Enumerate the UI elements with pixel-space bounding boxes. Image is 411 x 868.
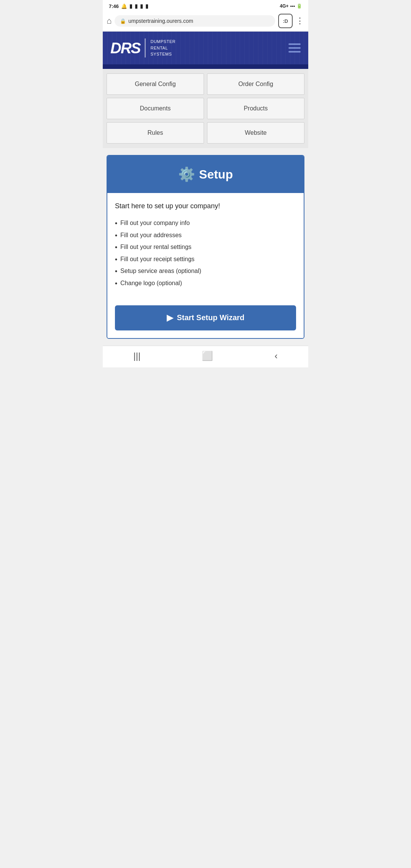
list-item: Setup service areas (optional) [115, 266, 296, 278]
gear-icon: ⚙️ [178, 166, 195, 182]
more-menu-button[interactable]: ⋮ [296, 16, 304, 26]
lock-icon: 🔒 [120, 18, 126, 24]
list-item: Change logo (optional) [115, 278, 296, 290]
setup-title: ⚙️ Setup [115, 166, 296, 182]
logo-area: DRS DUMPSTERRENTALSYSTEMS [110, 38, 175, 57]
start-wizard-button[interactable]: ▶ Start Setup Wizard [115, 305, 296, 330]
hamburger-menu-button[interactable] [288, 43, 301, 53]
back-button[interactable]: ||| [134, 351, 141, 361]
setup-card-body: Start here to set up your company! Fill … [107, 193, 304, 299]
notification-icon: 🔔 [121, 3, 127, 9]
signal-icon: ▪▪▪ [290, 3, 295, 9]
browser-bar: ⌂ 🔒 umpstertraining.ourers.com :D ⋮ [103, 11, 308, 32]
tab-label: :D [283, 18, 288, 24]
setup-card-footer: ▶ Start Setup Wizard [107, 299, 304, 338]
setup-card-header: ⚙️ Setup [107, 156, 304, 193]
bottom-nav: ||| ⬜ ‹ [103, 346, 308, 367]
status-bar: 7:46 🔔 ▮ ▮ ▮ ▮ 4G+ ▪▪▪ 🔋 [103, 0, 308, 11]
play-icon: ▶ [167, 313, 173, 323]
nav-grid: General Config Order Config Documents Pr… [103, 69, 308, 148]
general-config-button[interactable]: General Config [107, 73, 204, 95]
facebook-icon-1: ▮ [129, 3, 132, 9]
recent-apps-button[interactable]: ‹ [274, 351, 277, 361]
rules-button[interactable]: Rules [107, 122, 204, 144]
products-button[interactable]: Products [207, 98, 304, 119]
setup-intro: Start here to set up your company! [115, 202, 296, 210]
list-item: Fill out your rental settings [115, 242, 296, 254]
time: 7:46 [109, 3, 119, 9]
home-button[interactable]: ⬜ [202, 351, 213, 361]
order-config-button[interactable]: Order Config [207, 73, 304, 95]
network-icon: 4G+ [280, 3, 288, 9]
list-item: Fill out your company info [115, 218, 296, 230]
list-item: Fill out your addresses [115, 230, 296, 242]
url-text: umpstertraining.ourers.com [128, 18, 193, 24]
messenger-icon: ▮ [135, 3, 138, 9]
logo-tagline: DUMPSTERRENTALSYSTEMS [150, 38, 175, 57]
website-button[interactable]: Website [207, 122, 304, 144]
status-left: 7:46 🔔 ▮ ▮ ▮ ▮ [109, 3, 148, 9]
tab-button[interactable]: :D [278, 14, 293, 28]
home-icon[interactable]: ⌂ [107, 16, 112, 26]
gallery-icon: ▮ [140, 3, 143, 9]
setup-card: ⚙️ Setup Start here to set up your compa… [107, 155, 304, 339]
site-header: DRS DUMPSTERRENTALSYSTEMS [103, 32, 308, 64]
documents-button[interactable]: Documents [107, 98, 204, 119]
logo-divider [145, 38, 146, 57]
battery-icon: 🔋 [296, 3, 302, 9]
accent-bar [103, 64, 308, 69]
facebook-icon-2: ▮ [145, 3, 148, 9]
wizard-button-label: Start Setup Wizard [177, 313, 245, 322]
setup-checklist: Fill out your company info Fill out your… [115, 218, 296, 290]
url-bar[interactable]: 🔒 umpstertraining.ourers.com [115, 15, 275, 27]
logo-drs: DRS [110, 40, 140, 56]
list-item: Fill out your receipt settings [115, 254, 296, 266]
status-right: 4G+ ▪▪▪ 🔋 [280, 3, 302, 9]
